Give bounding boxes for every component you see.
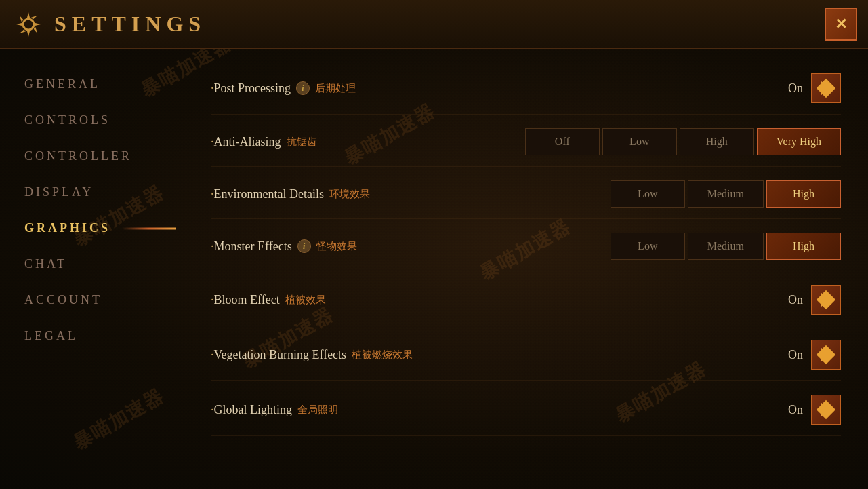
svg-point-0 [23, 19, 34, 30]
setting-control-post-processing: On [468, 73, 841, 103]
diamond-icon [817, 400, 835, 419]
setting-name-post-processing: ·Post Processing [211, 81, 291, 96]
setting-label-anti-aliasing: ·Anti-Aliasing抗锯齿 [211, 135, 468, 149]
toggle-vegetation-burning: On [776, 340, 841, 370]
setting-chinese-bloom-effect: 植被效果 [285, 294, 326, 307]
diamond-icon [817, 290, 835, 309]
setting-row-anti-aliasing: ·Anti-Aliasing抗锯齿OffLowHighVery High [211, 117, 841, 167]
setting-chinese-environmental-details: 环境效果 [329, 188, 370, 201]
toggle-value-global-lighting: On [776, 403, 803, 417]
setting-control-vegetation-burning: On [468, 340, 841, 370]
sidebar-item-controller[interactable]: CONTROLLER [14, 141, 176, 172]
setting-name-environmental-details: ·Environmental Details [211, 187, 324, 201]
btn-medium-monster-effects[interactable]: Medium [688, 233, 764, 260]
setting-row-environmental-details: ·Environmental Details环境效果LowMediumHigh [211, 170, 841, 219]
setting-row-monster-effects: ·Monster Effectsi怪物效果LowMediumHigh [211, 222, 841, 271]
toggle-value-vegetation-burning: On [776, 348, 803, 362]
toggle-arrow-bloom-effect[interactable] [811, 285, 841, 315]
setting-chinese-vegetation-burning: 植被燃烧效果 [352, 349, 413, 361]
toggle-bloom-effect: On [776, 285, 841, 315]
btn-group-anti-aliasing: OffLowHighVery High [525, 128, 841, 155]
setting-control-global-lighting: On [468, 395, 841, 425]
setting-name-vegetation-burning: ·Vegetation Burning Effects [211, 348, 346, 362]
toggle-value-post-processing: On [776, 81, 803, 96]
sidebar-item-account[interactable]: ACCOUNT [14, 285, 176, 315]
toggle-value-bloom-effect: On [776, 293, 803, 307]
setting-label-post-processing: ·Post Processingi后期处理 [211, 81, 468, 96]
sidebar-item-chat[interactable]: CHAT [14, 249, 176, 279]
toggle-arrow-vegetation-burning[interactable] [811, 340, 841, 370]
dot: · [211, 187, 214, 201]
dot: · [211, 81, 214, 95]
btn-low-anti-aliasing[interactable]: Low [602, 128, 677, 155]
setting-label-monster-effects: ·Monster Effectsi怪物效果 [211, 239, 468, 254]
btn-high-anti-aliasing[interactable]: High [680, 128, 754, 155]
setting-control-bloom-effect: On [468, 285, 841, 315]
btn-group-monster-effects: LowMediumHigh [611, 233, 841, 260]
main-layout: GENERALCONTROLSCONTROLLERDISPLAYGRAPHICS… [0, 49, 868, 489]
dot: · [211, 403, 214, 416]
setting-chinese-global-lighting: 全局照明 [297, 404, 338, 416]
setting-control-anti-aliasing: OffLowHighVery High [468, 128, 841, 155]
setting-label-global-lighting: ·Global Lighting全局照明 [211, 403, 468, 417]
info-icon-monster-effects[interactable]: i [297, 239, 311, 253]
btn-group-environmental-details: LowMediumHigh [611, 180, 841, 208]
setting-control-environmental-details: LowMediumHigh [468, 180, 841, 208]
diamond-icon [817, 79, 835, 98]
toggle-arrow-post-processing[interactable] [811, 73, 841, 103]
setting-chinese-anti-aliasing: 抗锯齿 [287, 136, 317, 149]
setting-chinese-monster-effects: 怪物效果 [316, 240, 357, 253]
setting-control-monster-effects: LowMediumHigh [468, 233, 841, 260]
btn-high-monster-effects[interactable]: High [766, 233, 841, 260]
sidebar: GENERALCONTROLSCONTROLLERDISPLAYGRAPHICS… [0, 49, 190, 489]
diamond-icon [817, 345, 835, 364]
setting-name-bloom-effect: ·Bloom Effect [211, 293, 280, 307]
toggle-arrow-global-lighting[interactable] [811, 395, 841, 425]
setting-name-anti-aliasing: ·Anti-Aliasing [211, 135, 281, 149]
setting-row-post-processing: ·Post Processingi后期处理On [211, 62, 841, 115]
dot: · [211, 135, 214, 149]
btn-very-high-anti-aliasing[interactable]: Very High [757, 128, 841, 155]
setting-row-bloom-effect: ·Bloom Effect植被效果On [211, 274, 841, 326]
sidebar-item-graphics[interactable]: GRAPHICS [14, 213, 176, 243]
dot: · [211, 348, 214, 361]
btn-high-environmental-details[interactable]: High [766, 180, 841, 208]
setting-chinese-post-processing: 后期处理 [315, 82, 356, 95]
info-icon-post-processing[interactable]: i [296, 81, 310, 95]
setting-name-global-lighting: ·Global Lighting [211, 403, 292, 417]
setting-name-monster-effects: ·Monster Effects [211, 239, 292, 254]
setting-label-bloom-effect: ·Bloom Effect植被效果 [211, 293, 468, 307]
toggle-global-lighting: On [776, 395, 841, 425]
page-title: SETTINGS [54, 12, 206, 37]
setting-row-vegetation-burning: ·Vegetation Burning Effects植被燃烧效果On [211, 329, 841, 381]
setting-row-global-lighting: ·Global Lighting全局照明On [211, 384, 841, 436]
dot: · [211, 239, 214, 253]
gear-icon [14, 9, 43, 39]
btn-medium-environmental-details[interactable]: Medium [688, 180, 764, 208]
btn-low-monster-effects[interactable]: Low [611, 233, 685, 260]
setting-label-vegetation-burning: ·Vegetation Burning Effects植被燃烧效果 [211, 348, 468, 362]
header: SETTINGS ✕ [0, 0, 868, 49]
setting-label-environmental-details: ·Environmental Details环境效果 [211, 187, 468, 201]
sidebar-item-controls[interactable]: CONTROLS [14, 105, 176, 136]
settings-content: ·Post Processingi后期处理On·Anti-Aliasing抗锯齿… [190, 49, 868, 489]
dot: · [211, 293, 214, 307]
btn-low-environmental-details[interactable]: Low [611, 180, 685, 208]
close-button[interactable]: ✕ [825, 8, 857, 41]
sidebar-item-legal[interactable]: LEGAL [14, 321, 176, 351]
sidebar-item-display[interactable]: DISPLAY [14, 177, 176, 208]
btn-off-anti-aliasing[interactable]: Off [525, 128, 600, 155]
sidebar-item-general[interactable]: GENERAL [14, 69, 176, 100]
toggle-post-processing: On [776, 73, 841, 103]
